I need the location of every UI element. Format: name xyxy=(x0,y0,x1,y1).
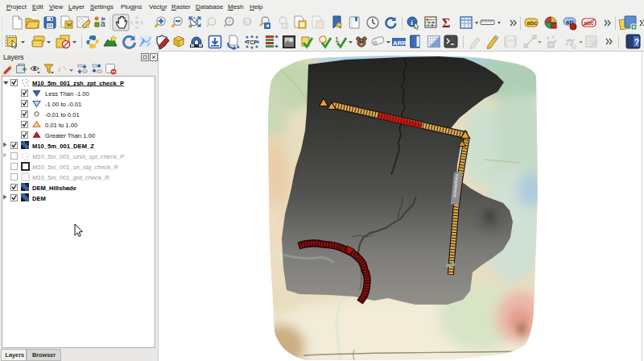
svg-text:a: a xyxy=(101,19,105,28)
svg-text:DEM_Hillshade: DEM_Hillshade xyxy=(32,185,76,192)
svg-text:?: ? xyxy=(634,38,639,47)
svg-text:M10_5m_001_vzsh_zpt_check_P: M10_5m_001_vzsh_zpt_check_P xyxy=(32,153,125,160)
svg-text:ε: ε xyxy=(58,64,61,73)
svg-text:Layers: Layers xyxy=(6,351,25,359)
svg-text:-0.01 to 0.01: -0.01 to 0.01 xyxy=(45,111,80,118)
svg-text:abc: abc xyxy=(527,19,538,27)
svg-text:Browser: Browser xyxy=(32,351,56,359)
svg-text:Layers: Layers xyxy=(3,53,24,61)
svg-text:M10_5m_001_DEM_Z: M10_5m_001_DEM_Z xyxy=(32,143,94,150)
svg-text:TCP: TCP xyxy=(246,39,258,45)
svg-text:ARR: ARR xyxy=(393,39,407,47)
svg-text:0.01 to 1.00: 0.01 to 1.00 xyxy=(45,122,77,129)
svg-text:M10_5m_001_grd_check_R: M10_5m_001_grd_check_R xyxy=(32,174,109,181)
svg-text:-1.00 to -0.01: -1.00 to -0.01 xyxy=(45,101,81,108)
svg-text:M10_5m_001_sh_obj_check_R: M10_5m_001_sh_obj_check_R xyxy=(32,164,118,171)
svg-text:Less Than -1.00: Less Than -1.00 xyxy=(45,90,89,98)
svg-text:Greater Than 1.00: Greater Than 1.00 xyxy=(45,132,95,139)
svg-text:Σ: Σ xyxy=(442,16,450,30)
svg-text:1:1: 1:1 xyxy=(245,19,252,24)
svg-text:M10_5m_001_zsh_zpt_check_P: M10_5m_001_zsh_zpt_check_P xyxy=(32,80,124,87)
svg-text:DEM: DEM xyxy=(32,195,46,202)
